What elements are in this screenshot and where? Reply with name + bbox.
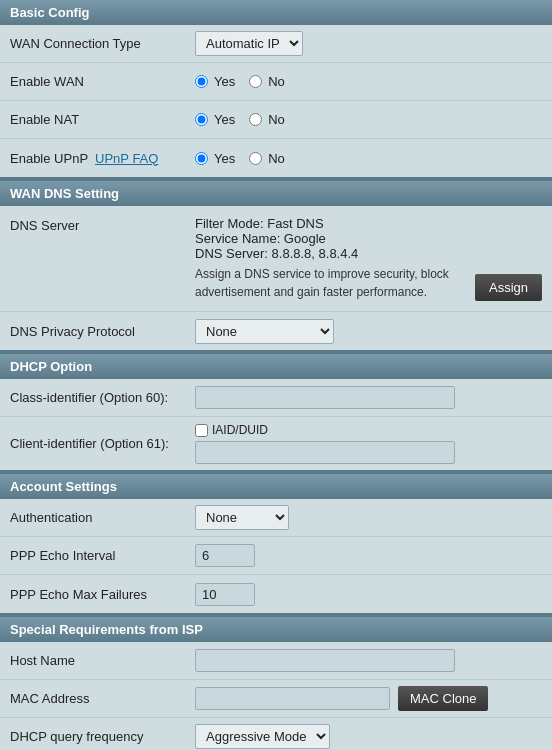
wan-connection-type-row: WAN Connection Type Automatic IP Static … <box>0 25 552 63</box>
wan-connection-type-control: Automatic IP Static IP PPPoE PPTP L2TP <box>195 31 542 56</box>
mac-address-input[interactable] <box>195 687 390 710</box>
enable-nat-control: Yes No <box>195 112 542 127</box>
account-settings-header: Account Settings <box>0 474 552 499</box>
wan-dns-title: WAN DNS Setting <box>10 186 119 201</box>
client-identifier-label: Client-identifier (Option 61): <box>10 436 195 451</box>
dns-service-name: Service Name: Google <box>195 231 465 246</box>
authentication-select[interactable]: None PAP CHAP MS-CHAP <box>195 505 289 530</box>
basic-config-header: Basic Config <box>0 0 552 25</box>
dhcp-query-row: DHCP query frequency Aggressive Mode Nor… <box>0 718 552 750</box>
ppp-echo-interval-control <box>195 544 542 567</box>
authentication-control: None PAP CHAP MS-CHAP <box>195 505 542 530</box>
dns-filter-mode: Filter Mode: Fast DNS <box>195 216 465 231</box>
account-settings-title: Account Settings <box>10 479 117 494</box>
enable-upnp-yes-label[interactable]: Yes <box>195 151 235 166</box>
enable-wan-control: Yes No <box>195 74 542 89</box>
mac-address-row: MAC Address MAC Clone <box>0 680 552 718</box>
upnp-faq-link[interactable]: UPnP FAQ <box>95 151 158 166</box>
iaid-duid-label[interactable]: IAID/DUID <box>195 423 268 437</box>
class-identifier-control <box>195 386 542 409</box>
ppp-echo-interval-label: PPP Echo Interval <box>10 548 195 563</box>
iaid-duid-checkbox[interactable] <box>195 424 208 437</box>
special-requirements-title: Special Requirements from ISP <box>10 622 203 637</box>
enable-nat-yes-radio[interactable] <box>195 113 208 126</box>
mac-address-label: MAC Address <box>10 691 195 706</box>
dns-server-addr: DNS Server: 8.8.8.8, 8.8.4.4 <box>195 246 465 261</box>
enable-upnp-no-label[interactable]: No <box>249 151 285 166</box>
client-identifier-control: IAID/DUID <box>195 423 542 464</box>
dhcp-option-section: DHCP Option Class-identifier (Option 60)… <box>0 354 552 470</box>
ppp-echo-max-row: PPP Echo Max Failures <box>0 575 552 613</box>
ppp-echo-max-input[interactable] <box>195 583 255 606</box>
mac-clone-button[interactable]: MAC Clone <box>398 686 488 711</box>
ppp-echo-max-label: PPP Echo Max Failures <box>10 587 195 602</box>
assign-button[interactable]: Assign <box>475 274 542 301</box>
dns-privacy-select[interactable]: None DNS-over-TLS DNS-over-HTTPS <box>195 319 334 344</box>
ppp-echo-interval-input[interactable] <box>195 544 255 567</box>
wan-connection-type-select[interactable]: Automatic IP Static IP PPPoE PPTP L2TP <box>195 31 303 56</box>
dns-privacy-row: DNS Privacy Protocol None DNS-over-TLS D… <box>0 312 552 350</box>
dns-privacy-control: None DNS-over-TLS DNS-over-HTTPS <box>195 319 542 344</box>
authentication-row: Authentication None PAP CHAP MS-CHAP <box>0 499 552 537</box>
enable-wan-yes-radio[interactable] <box>195 75 208 88</box>
special-requirements-section: Special Requirements from ISP Host Name … <box>0 617 552 750</box>
ppp-echo-max-control <box>195 583 542 606</box>
client-identifier-inner: Client-identifier (Option 61): IAID/DUID <box>10 423 542 464</box>
enable-upnp-row: Enable UPnP UPnP FAQ Yes No <box>0 139 552 177</box>
class-identifier-input[interactable] <box>195 386 455 409</box>
dns-description: Assign a DNS service to improve security… <box>195 265 465 301</box>
account-settings-section: Account Settings Authentication None PAP… <box>0 474 552 613</box>
enable-wan-no-radio[interactable] <box>249 75 262 88</box>
client-identifier-input[interactable] <box>195 441 455 464</box>
class-identifier-label: Class-identifier (Option 60): <box>10 390 195 405</box>
host-name-input[interactable] <box>195 649 455 672</box>
host-name-label: Host Name <box>10 653 195 668</box>
host-name-control <box>195 649 542 672</box>
wan-dns-section: WAN DNS Setting DNS Server Filter Mode: … <box>0 181 552 350</box>
dhcp-query-control: Aggressive Mode Normal Mode <box>195 724 542 749</box>
ppp-echo-interval-row: PPP Echo Interval <box>0 537 552 575</box>
dhcp-query-select[interactable]: Aggressive Mode Normal Mode <box>195 724 330 749</box>
class-identifier-row: Class-identifier (Option 60): <box>0 379 552 417</box>
client-identifier-row: Client-identifier (Option 61): IAID/DUID <box>0 417 552 470</box>
enable-upnp-control: Yes No <box>195 151 542 166</box>
dns-info-row: Filter Mode: Fast DNS Service Name: Goog… <box>195 216 542 301</box>
enable-nat-no-radio[interactable] <box>249 113 262 126</box>
enable-upnp-no-radio[interactable] <box>249 152 262 165</box>
dhcp-query-label: DHCP query frequency <box>10 729 195 744</box>
basic-config-title: Basic Config <box>10 5 89 20</box>
dhcp-option-title: DHCP Option <box>10 359 92 374</box>
enable-nat-yes-label[interactable]: Yes <box>195 112 235 127</box>
enable-nat-row: Enable NAT Yes No <box>0 101 552 139</box>
enable-upnp-yes-radio[interactable] <box>195 152 208 165</box>
enable-wan-yes-label[interactable]: Yes <box>195 74 235 89</box>
enable-nat-no-label[interactable]: No <box>249 112 285 127</box>
host-name-row: Host Name <box>0 642 552 680</box>
dns-server-control: Filter Mode: Fast DNS Service Name: Goog… <box>195 216 542 301</box>
mac-address-control: MAC Clone <box>195 686 542 711</box>
special-requirements-header: Special Requirements from ISP <box>0 617 552 642</box>
enable-wan-label: Enable WAN <box>10 74 195 89</box>
enable-wan-no-label[interactable]: No <box>249 74 285 89</box>
enable-wan-row: Enable WAN Yes No <box>0 63 552 101</box>
iaid-duid-text: IAID/DUID <box>212 423 268 437</box>
dns-privacy-label: DNS Privacy Protocol <box>10 324 195 339</box>
dns-server-label: DNS Server <box>10 216 195 233</box>
basic-config-section: Basic Config WAN Connection Type Automat… <box>0 0 552 177</box>
enable-nat-label: Enable NAT <box>10 112 195 127</box>
wan-connection-type-label: WAN Connection Type <box>10 36 195 51</box>
dns-text-area: Filter Mode: Fast DNS Service Name: Goog… <box>195 216 465 301</box>
enable-upnp-label: Enable UPnP UPnP FAQ <box>10 151 195 166</box>
authentication-label: Authentication <box>10 510 195 525</box>
wan-dns-header: WAN DNS Setting <box>0 181 552 206</box>
dhcp-option-header: DHCP Option <box>0 354 552 379</box>
dns-server-row: DNS Server Filter Mode: Fast DNS Service… <box>0 206 552 312</box>
